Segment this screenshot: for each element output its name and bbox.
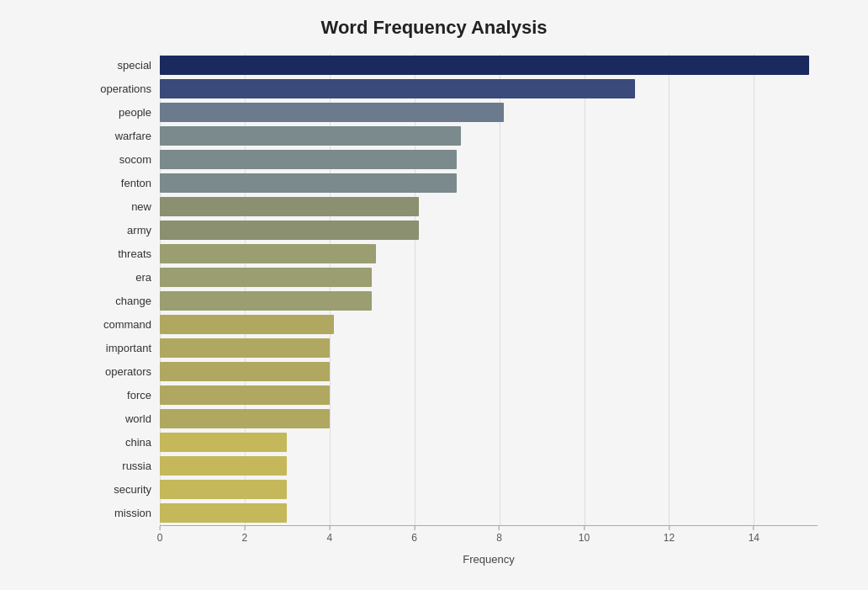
bar-fill [160, 197, 419, 216]
bar-label: mission [84, 507, 160, 519]
bar-row: security [84, 478, 818, 501]
bar-row: warfare [84, 125, 818, 147]
bar-label: new [84, 200, 160, 213]
x-tick: 8 [496, 526, 502, 544]
bar-row: world [84, 407, 818, 430]
bar-row: new [84, 195, 818, 218]
bar-fill [160, 503, 287, 523]
bar-fill [160, 362, 330, 381]
bar-fill [160, 338, 330, 358]
bar-label: china [84, 436, 160, 449]
x-tick: 12 [664, 526, 675, 544]
x-tick: 0 [157, 526, 163, 544]
bar-row: fenton [84, 172, 818, 194]
bar-row: army [84, 219, 818, 242]
bar-row: operators [84, 360, 818, 383]
bar-row: command [84, 313, 818, 336]
bar-label: people [84, 106, 160, 119]
x-tick: 4 [326, 526, 332, 544]
bar-label: operators [84, 365, 160, 378]
bar-row: important [84, 337, 818, 359]
bar-fill [160, 244, 376, 263]
bar-label: special [84, 59, 160, 72]
bar-row: china [84, 431, 818, 454]
bar-fill [160, 456, 287, 476]
bar-fill [160, 126, 461, 146]
bars-wrapper: specialoperationspeoplewarfaresocomfento… [84, 54, 818, 525]
bar-label: security [84, 483, 160, 496]
bar-row: special [84, 54, 818, 77]
bar-label: operations [84, 82, 160, 95]
bar-fill [160, 173, 457, 193]
bar-label: army [84, 224, 160, 237]
bar-label: command [84, 318, 160, 331]
bar-fill [160, 221, 419, 240]
bar-label: socom [84, 153, 160, 166]
bar-label: fenton [84, 177, 160, 189]
chart-container: Word Frequency Analysis specialoperation… [0, 0, 868, 590]
x-tick: 10 [579, 526, 590, 544]
bar-label: important [84, 342, 160, 354]
bar-label: threats [84, 247, 160, 260]
x-axis-label: Frequency [160, 553, 818, 566]
bar-row: threats [84, 242, 818, 265]
bar-row: change [84, 290, 818, 312]
bar-fill [160, 385, 330, 405]
bar-label: force [84, 389, 160, 401]
bar-label: world [84, 412, 160, 425]
bar-fill [160, 79, 635, 98]
bar-fill [160, 291, 372, 311]
bar-row: era [84, 266, 818, 289]
bar-label: russia [84, 460, 160, 472]
bar-row: russia [84, 454, 818, 477]
bar-fill [160, 56, 809, 75]
bar-fill [160, 433, 287, 452]
bar-fill [160, 480, 287, 499]
bar-row: force [84, 384, 818, 407]
chart-title: Word Frequency Analysis [50, 17, 818, 39]
bar-fill [160, 103, 504, 122]
bar-row: socom [84, 148, 818, 171]
x-tick: 2 [242, 526, 248, 544]
bar-fill [160, 268, 372, 287]
bar-row: operations [84, 77, 818, 100]
bar-fill [160, 409, 330, 428]
x-tick: 14 [749, 526, 760, 544]
bar-fill [160, 315, 334, 334]
bar-row: mission [84, 502, 818, 524]
bar-label: era [84, 271, 160, 284]
bar-row: people [84, 101, 818, 124]
x-tick: 6 [411, 526, 417, 544]
bar-label: warfare [84, 130, 160, 142]
bar-label: change [84, 295, 160, 307]
bar-fill [160, 150, 457, 169]
